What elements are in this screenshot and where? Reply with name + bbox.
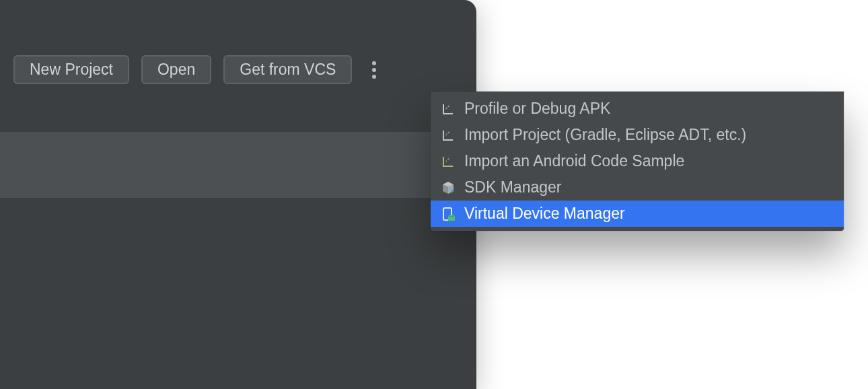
- get-from-vcs-button[interactable]: Get from VCS: [223, 55, 352, 84]
- welcome-toolbar: New Project Open Get from VCS: [0, 40, 476, 99]
- new-project-button[interactable]: New Project: [13, 55, 129, 84]
- import-icon: [440, 127, 456, 143]
- avd-phone-icon: [440, 206, 456, 222]
- open-button[interactable]: Open: [141, 55, 211, 84]
- more-actions-button[interactable]: [369, 63, 379, 77]
- menu-item-label: Import an Android Code Sample: [464, 152, 684, 170]
- import-android-icon: [440, 153, 456, 170]
- menu-item-profile-debug-apk[interactable]: Profile or Debug APK: [431, 96, 844, 122]
- menu-item-label: Import Project (Gradle, Eclipse ADT, etc…: [464, 126, 746, 144]
- titlebar-spacer: [0, 0, 476, 40]
- menu-item-import-project[interactable]: Import Project (Gradle, Eclipse ADT, etc…: [431, 122, 844, 148]
- menu-item-sdk-manager[interactable]: SDK Manager: [431, 174, 844, 201]
- menu-item-label: Virtual Device Manager: [464, 205, 625, 223]
- menu-item-label: Profile or Debug APK: [464, 100, 610, 118]
- menu-item-virtual-device-manager[interactable]: Virtual Device Manager: [431, 201, 844, 227]
- welcome-window: New Project Open Get from VCS: [0, 0, 476, 389]
- menu-item-label: SDK Manager: [464, 178, 561, 197]
- sdk-box-icon: [440, 180, 456, 196]
- more-vertical-icon: [372, 68, 376, 72]
- svg-point-2: [452, 216, 454, 217]
- svg-point-1: [449, 216, 451, 217]
- more-actions-menu: Profile or Debug APK Import Project (Gra…: [431, 92, 844, 231]
- import-icon: [440, 101, 456, 117]
- menu-item-import-android-sample[interactable]: Import an Android Code Sample: [431, 148, 844, 174]
- projects-panel: [0, 132, 476, 198]
